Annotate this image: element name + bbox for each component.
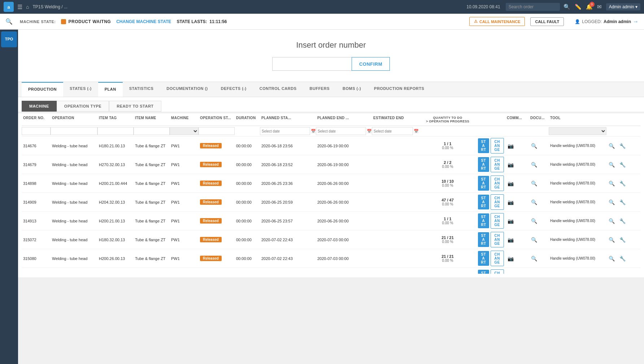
filter-item-tag[interactable]	[97, 127, 134, 135]
change-button[interactable]: CHANGE	[491, 176, 504, 191]
search-input[interactable]	[506, 3, 560, 11]
search-doc-btn[interactable]: 🔍	[530, 180, 538, 187]
calendar-icon-1[interactable]: 📅	[311, 129, 316, 134]
change-button[interactable]: CHANGE	[491, 213, 504, 229]
row-wrench-icon[interactable]: 🔧	[619, 236, 626, 243]
row-wrench-icon[interactable]: 🔧	[619, 274, 626, 274]
row-search-icon[interactable]: 🔍	[608, 161, 615, 168]
search-doc-btn[interactable]: 🔍	[530, 217, 538, 225]
status-search-icon[interactable]: 🔍	[5, 18, 13, 25]
start-button[interactable]: START	[478, 251, 489, 266]
camera-icon-btn[interactable]: 📷	[507, 255, 514, 262]
filter-operation[interactable]	[51, 127, 97, 135]
cell-item-tag: H180.32.00.13	[97, 236, 134, 243]
start-button[interactable]: START	[478, 157, 489, 172]
row-search-icon[interactable]: 🔍	[608, 199, 615, 206]
camera-icon-btn[interactable]: 📷	[507, 180, 514, 187]
cell-planned-sta: 2020-07-02 22:43	[260, 255, 316, 262]
header-operation-st: OPERATION ST...	[199, 115, 235, 124]
subtab-operation-type[interactable]: OPERATION TYPE	[57, 101, 109, 112]
row-wrench-icon[interactable]: 🔧	[619, 142, 626, 150]
change-button[interactable]: CHANGE	[491, 269, 504, 274]
camera-icon-btn[interactable]: 📷	[507, 274, 514, 274]
start-button[interactable]: START	[478, 195, 489, 209]
tab-production[interactable]: PRODUCTION	[22, 82, 63, 97]
camera-icon-btn[interactable]: 📷	[507, 199, 514, 206]
tab-documentation[interactable]: DOCUMENTATION ()	[160, 82, 214, 97]
filter-machine[interactable]	[170, 127, 199, 135]
header-actions	[477, 115, 505, 124]
calendar-icon-3[interactable]: 📅	[414, 129, 419, 134]
call-fault-btn[interactable]: CALL FAULT	[530, 17, 564, 26]
row-search-icon[interactable]: 🔍	[608, 180, 615, 187]
filter-planned-end[interactable]	[316, 127, 366, 135]
tab-defects[interactable]: DEFECTS (-)	[214, 82, 253, 97]
notification-icon[interactable]: 🔔 0	[586, 4, 593, 10]
filter-estimated-end[interactable]	[372, 127, 413, 135]
call-maintenance-btn[interactable]: ⚠ CALL MAINTENANCE	[469, 17, 525, 26]
change-button[interactable]: CHANGE	[491, 232, 504, 247]
home-icon[interactable]: ⌂	[26, 4, 29, 10]
change-button[interactable]: CHANGE	[491, 251, 504, 266]
sidebar-item-tpo[interactable]: TPO	[1, 31, 17, 47]
camera-icon-btn[interactable]: 📷	[507, 217, 514, 225]
row-wrench-icon[interactable]: 🔧	[619, 217, 626, 225]
start-button[interactable]: START	[478, 176, 489, 191]
tab-boms[interactable]: BOMS (-)	[336, 82, 367, 97]
cell-tool: Handle welding (UW078.00)	[549, 199, 606, 205]
row-wrench-icon[interactable]: 🔧	[619, 180, 626, 187]
start-button[interactable]: START	[478, 270, 489, 274]
row-wrench-icon[interactable]: 🔧	[619, 255, 626, 262]
order-number-input[interactable]	[272, 57, 352, 71]
start-button[interactable]: START	[478, 213, 489, 228]
row-search-icon[interactable]: 🔍	[608, 236, 615, 243]
tab-control-cards[interactable]: CONTROL CARDS	[253, 82, 303, 97]
cell-tool: Handle welding (UW078.00)	[549, 217, 606, 224]
camera-icon-btn[interactable]: 📷	[507, 236, 514, 243]
search-doc-btn[interactable]: 🔍	[530, 274, 538, 274]
change-machine-state-btn[interactable]: CHANGE MACHINE STATE	[116, 19, 171, 24]
start-button[interactable]: START	[478, 138, 489, 153]
change-button[interactable]: CHANGE	[491, 194, 504, 210]
row-search-icon[interactable]: 🔍	[608, 217, 615, 225]
search-icon[interactable]: 🔍	[564, 4, 570, 10]
edit-icon[interactable]: ✏️	[575, 4, 582, 10]
tab-states[interactable]: STATES (-)	[63, 82, 98, 97]
logout-icon[interactable]: →	[633, 18, 639, 25]
insert-order-section: Insert order number CONFIRM	[18, 30, 644, 82]
row-wrench-icon[interactable]: 🔧	[619, 161, 626, 168]
row-wrench-icon[interactable]: 🔧	[619, 199, 626, 206]
change-button[interactable]: CHANGE	[491, 157, 504, 172]
cell-icon-wrench: 🔧	[617, 160, 628, 170]
filter-order-no[interactable]	[22, 127, 51, 135]
search-doc-btn[interactable]: 🔍	[530, 199, 538, 206]
mail-icon[interactable]: ✉	[597, 4, 602, 10]
row-search-icon[interactable]: 🔍	[608, 255, 615, 262]
filter-planned-sta[interactable]	[260, 127, 310, 135]
row-search-icon[interactable]: 🔍	[608, 142, 615, 150]
row-search-icon[interactable]: 🔍	[608, 274, 615, 274]
admin-menu[interactable]: Admin admin ▾	[606, 3, 640, 10]
hamburger-menu[interactable]: ☰	[17, 4, 22, 10]
search-doc-btn[interactable]: 🔍	[530, 142, 538, 150]
search-doc-btn[interactable]: 🔍	[530, 236, 538, 243]
tab-buffers[interactable]: BUFFERS	[303, 82, 336, 97]
start-button[interactable]: START	[478, 232, 489, 247]
change-button[interactable]: CHANGE	[491, 138, 504, 153]
tab-plan[interactable]: PLAN	[98, 82, 123, 97]
subtab-machine[interactable]: MACHINE	[22, 101, 57, 112]
filter-operation-st[interactable]	[199, 127, 235, 135]
tab-statistics[interactable]: STATISTICS	[123, 82, 160, 97]
camera-icon-btn[interactable]: 📷	[507, 161, 514, 168]
subtab-ready-to-start[interactable]: READY TO START	[109, 101, 161, 112]
cell-planned-end: 2020-06-19 00:00	[316, 161, 372, 168]
filter-item-name[interactable]	[134, 127, 170, 135]
tab-production-reports[interactable]: PRODUCTION REPORTS	[367, 82, 431, 97]
confirm-button[interactable]: CONFIRM	[352, 57, 390, 71]
filter-tool[interactable]	[549, 127, 606, 135]
cell-comm: 📷	[505, 197, 529, 207]
search-doc-btn[interactable]: 🔍	[530, 255, 538, 262]
search-doc-btn[interactable]: 🔍	[530, 161, 538, 168]
calendar-icon-2[interactable]: 📅	[367, 129, 372, 134]
camera-icon-btn[interactable]: 📷	[507, 142, 514, 150]
